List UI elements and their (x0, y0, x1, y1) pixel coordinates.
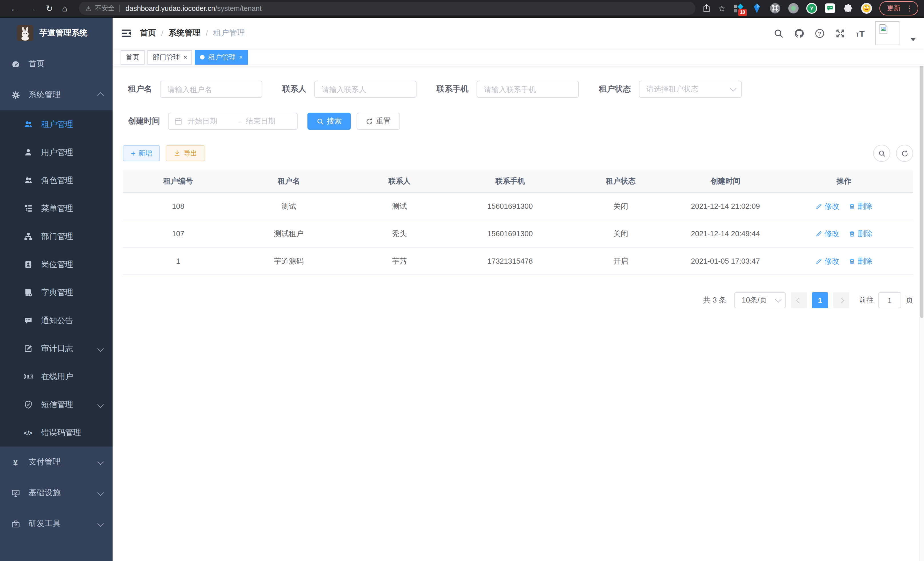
mobile-input[interactable] (477, 81, 579, 98)
extension-grid-diamond-icon[interactable]: 10 (733, 3, 744, 14)
tab-label: 租户管理 (208, 52, 236, 62)
sidebar-item-online-user[interactable]: 在线用户 (0, 362, 112, 391)
sidebar-item-dict[interactable]: 字典管理 (0, 278, 112, 307)
next-page-button[interactable] (833, 292, 849, 308)
sidebar-item-system[interactable]: 系统管理 (0, 80, 112, 110)
delete-button[interactable]: 删除 (849, 256, 873, 266)
monitor-icon (11, 488, 20, 498)
chevron-down-icon (98, 344, 103, 353)
column-header: 租户名 (233, 170, 344, 192)
header-search-icon[interactable] (773, 28, 783, 38)
text-size-icon[interactable]: TT (856, 29, 865, 38)
cell-contact: 测试 (344, 193, 454, 220)
cell-mobile: 17321315478 (455, 248, 566, 274)
edit-button[interactable]: 修改 (815, 229, 839, 239)
sidebar-item-role[interactable]: 角色管理 (0, 166, 112, 194)
url-divider (120, 5, 120, 12)
url-bar[interactable]: ⚠ 不安全 dashboard.yudao.iocoder.cn/system/… (79, 2, 695, 15)
sidebar-item-dept[interactable]: 部门管理 (0, 223, 112, 250)
extension-command-icon[interactable] (770, 3, 781, 14)
sidebar-item-infra[interactable]: 基础设施 (0, 478, 112, 508)
contact-input[interactable] (314, 81, 417, 98)
create-time-range-picker[interactable]: 开始日期 - 结束日期 (168, 113, 298, 130)
share-icon[interactable] (702, 4, 711, 13)
code-icon: </> (23, 428, 33, 437)
sidebar-item-post[interactable]: 岗位管理 (0, 250, 112, 278)
sidebar-item-menu[interactable]: 菜单管理 (0, 194, 112, 223)
field-label: 联系人 (282, 84, 306, 94)
search-button[interactable]: 搜索 (308, 113, 351, 130)
page-number-current[interactable]: 1 (812, 292, 828, 308)
tenant-name-input[interactable] (160, 81, 262, 98)
sidebar-item-audit-log[interactable]: 审计日志 (0, 335, 112, 362)
sidebar-item-home[interactable]: 首页 (0, 49, 112, 80)
cell-status: 开启 (566, 248, 676, 274)
status-select[interactable]: 请选择租户状态 (639, 81, 742, 98)
edit-log-icon (23, 344, 33, 353)
extension-green-chat-icon[interactable] (825, 3, 836, 14)
extensions-puzzle-icon[interactable] (843, 3, 854, 14)
chevron-down-icon (98, 400, 103, 409)
browser-menu-icon[interactable]: ⋮ (906, 5, 913, 12)
extension-y-icon[interactable]: Y (806, 3, 817, 14)
end-date-placeholder: 结束日期 (246, 116, 291, 126)
breadcrumb-home[interactable]: 首页 (140, 28, 156, 38)
show-search-button[interactable] (873, 145, 890, 162)
breadcrumb-system[interactable]: 系统管理 (169, 28, 201, 38)
sidebar: 芋道管理系统 首页 系统管理 租户管 (0, 18, 112, 561)
column-header: 租户编号 (123, 170, 233, 192)
close-icon[interactable]: × (239, 54, 243, 60)
action-label: 修改 (825, 201, 839, 211)
browser-reload-icon[interactable]: ↻ (46, 4, 53, 13)
avatar-dropdown-caret-icon[interactable] (910, 38, 916, 41)
help-icon[interactable]: ? (814, 28, 824, 38)
extension-gray-green-icon[interactable] (788, 3, 799, 14)
browser-home-icon[interactable]: ⌂ (62, 4, 67, 13)
sidebar-item-pay[interactable]: ¥ 支付管理 (0, 447, 112, 478)
profile-avatar-icon[interactable] (861, 3, 872, 14)
reset-button[interactable]: 重置 (357, 113, 400, 130)
tab-tenant[interactable]: 租户管理 × (195, 50, 248, 64)
scrollbar[interactable] (919, 18, 924, 561)
avatar[interactable] (875, 21, 899, 45)
cell-status: 关闭 (566, 193, 676, 220)
delete-button[interactable]: 删除 (849, 229, 873, 239)
security-chip[interactable]: ⚠ 不安全 (86, 4, 115, 13)
prev-page-button[interactable] (791, 292, 807, 308)
sidebar-item-tenant[interactable]: 租户管理 (0, 110, 112, 138)
browser-update-button[interactable]: 更新 ⋮ (879, 1, 918, 15)
sidebar-item-label: 部门管理 (41, 231, 73, 242)
extension-badge: 10 (738, 9, 747, 16)
export-button[interactable]: 导出 (166, 145, 205, 161)
message-icon (23, 316, 33, 325)
chevron-down-icon (730, 85, 736, 92)
extension-blue-pin-icon[interactable] (752, 3, 762, 14)
sidebar-item-label: 研发工具 (28, 519, 61, 529)
sidebar-item-error-code[interactable]: </> 错误码管理 (0, 419, 112, 447)
tab-label: 首页 (126, 52, 140, 62)
cell-tenant-id: 1 (123, 248, 233, 274)
sidebar-toggle-icon[interactable] (112, 28, 140, 38)
app-logo[interactable]: 芋道管理系统 (0, 18, 112, 49)
browser-back-icon[interactable]: ← (10, 4, 19, 13)
delete-button[interactable]: 删除 (849, 201, 873, 211)
tab-home[interactable]: 首页 (121, 50, 145, 64)
edit-button[interactable]: 修改 (815, 201, 839, 211)
sidebar-item-sms[interactable]: 短信管理 (0, 391, 112, 419)
sidebar-item-notice[interactable]: 通知公告 (0, 307, 112, 335)
bookmark-star-icon[interactable]: ☆ (718, 4, 726, 13)
add-button[interactable]: + 新增 (123, 145, 160, 161)
fullscreen-icon[interactable] (835, 28, 845, 38)
goto-page-input[interactable] (878, 292, 901, 308)
edit-button[interactable]: 修改 (815, 256, 839, 266)
field-label: 联系手机 (436, 84, 469, 94)
cell-contact: 秃头 (344, 220, 454, 247)
page-size-select[interactable]: 10条/页 (734, 292, 786, 308)
browser-forward-icon[interactable]: → (28, 4, 37, 13)
sidebar-item-user[interactable]: 用户管理 (0, 138, 112, 166)
refresh-table-button[interactable] (896, 145, 913, 162)
close-icon[interactable]: × (183, 54, 187, 60)
tab-dept[interactable]: 部门管理 × (147, 50, 192, 64)
github-icon[interactable] (794, 28, 804, 38)
sidebar-item-devtools[interactable]: 研发工具 (0, 508, 112, 539)
